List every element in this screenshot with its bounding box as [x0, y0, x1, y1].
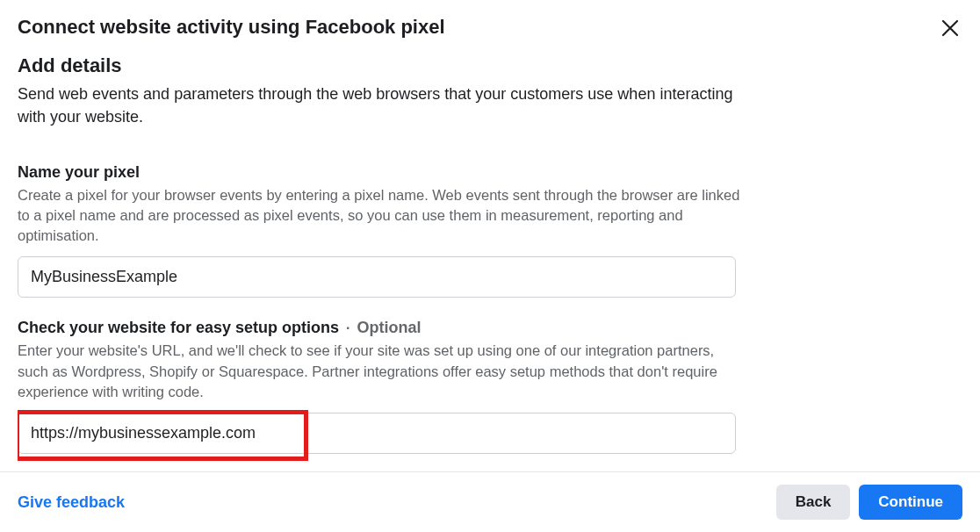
modal-footer: Give feedback Back Continue: [0, 471, 980, 532]
pixel-name-label: Name your pixel: [18, 163, 755, 182]
separator-dot: ·: [346, 320, 349, 336]
footer-buttons: Back Continue: [776, 485, 962, 520]
optional-tag: Optional: [357, 319, 422, 337]
website-url-row: [18, 413, 736, 454]
back-button[interactable]: Back: [776, 485, 851, 520]
pixel-name-input[interactable]: [18, 256, 736, 298]
pixel-name-field: Name your pixel Create a pixel for your …: [18, 163, 755, 298]
website-check-field: Check your website for easy setup option…: [18, 319, 755, 453]
website-url-input[interactable]: [18, 413, 736, 454]
website-check-label: Check your website for easy setup option…: [18, 319, 339, 337]
modal-header: Connect website activity using Facebook …: [18, 16, 962, 54]
add-details-heading: Add details: [18, 54, 962, 77]
add-details-description: Send web events and parameters through t…: [18, 83, 746, 128]
continue-button[interactable]: Continue: [859, 485, 962, 520]
pixel-setup-modal: Connect website activity using Facebook …: [0, 0, 980, 532]
pixel-name-help: Create a pixel for your browser events b…: [18, 185, 746, 246]
give-feedback-link[interactable]: Give feedback: [18, 493, 125, 512]
website-check-help: Enter your website's URL, and we'll chec…: [18, 341, 746, 401]
close-icon[interactable]: [934, 16, 966, 42]
modal-title: Connect website activity using Facebook …: [18, 16, 445, 39]
modal-content: Add details Send web events and paramete…: [18, 54, 962, 471]
